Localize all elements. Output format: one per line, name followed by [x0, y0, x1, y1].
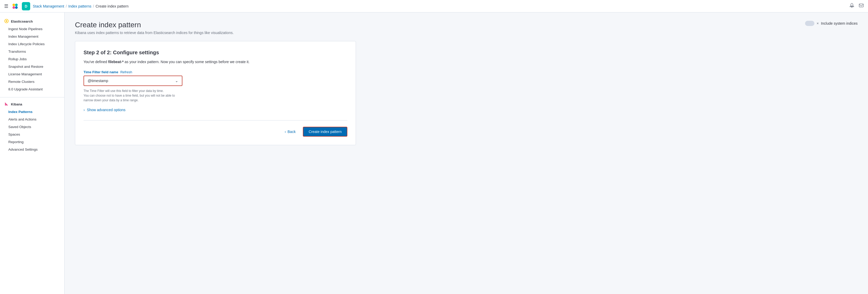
top-navigation: ☰ D Stack Management / Index patterns / … [0, 0, 868, 12]
svg-point-2 [12, 6, 15, 9]
create-button-label: Create index pattern [309, 130, 342, 134]
breadcrumb-index-patterns[interactable]: Index patterns [68, 4, 92, 8]
back-chevron-icon: ‹ [285, 130, 286, 134]
time-filter-field-value: @timestamp [88, 79, 108, 83]
main-content: Create index pattern Kibana uses index p… [65, 12, 868, 294]
top-nav-right [849, 3, 864, 9]
sidebar-item-upgrade-assistant[interactable]: 8.0 Upgrade Assistant [0, 85, 64, 93]
step-title: Step 2 of 2: Configure settings [84, 49, 347, 56]
svg-point-1 [15, 4, 18, 6]
toggle-x-icon[interactable]: ✕ [816, 22, 819, 25]
breadcrumb-stack-management[interactable]: Stack Management [33, 4, 64, 8]
sidebar-item-snapshot-restore[interactable]: Snapshot and Restore [0, 63, 64, 70]
step-description-suffix: as your index pattern. Now you can speci… [124, 60, 250, 64]
sidebar-item-ingest-node-pipelines[interactable]: Ingest Node Pipelines [0, 25, 64, 33]
page-subtitle: Kibana uses index patterns to retrieve d… [75, 31, 234, 35]
show-advanced-label: Show advanced options [87, 108, 126, 112]
page-title-area: Create index pattern Kibana uses index p… [75, 21, 234, 35]
svg-rect-5 [859, 4, 863, 7]
svg-point-3 [15, 6, 18, 9]
sidebar-item-spaces[interactable]: Spaces [0, 131, 64, 138]
sidebar-item-index-patterns[interactable]: Index Patterns [0, 108, 64, 116]
include-system-indices-toggle-area: ✕ Include system indices [805, 21, 858, 26]
chevron-right-icon: › [84, 108, 85, 112]
step-description: You've defined filebeat-* as your index … [84, 60, 347, 64]
hamburger-menu-icon[interactable]: ☰ [4, 3, 8, 9]
page-title: Create index pattern [75, 21, 234, 29]
sidebar-item-license-management[interactable]: License Management [0, 70, 64, 78]
step-card: Step 2 of 2: Configure settings You've d… [75, 41, 356, 145]
sidebar-divider [0, 97, 64, 98]
page-header-top: Create index pattern Kibana uses index p… [75, 21, 858, 35]
field-label-time-filter: Time Filter field name Refresh [84, 70, 347, 74]
sidebar-item-rollup-jobs[interactable]: Rollup Jobs [0, 55, 64, 63]
breadcrumb-separator-2: / [93, 4, 94, 8]
sidebar-item-remote-clusters[interactable]: Remote Clusters [0, 78, 64, 85]
field-help-text: The Time Filter will use this field to f… [84, 88, 182, 103]
svg-point-0 [12, 4, 15, 6]
user-avatar[interactable]: D [22, 2, 30, 10]
refresh-link[interactable]: Refresh [120, 70, 132, 74]
sidebar-item-index-management[interactable]: Index Management [0, 33, 64, 40]
page-layout: Elasticsearch Ingest Node Pipelines Inde… [0, 12, 868, 294]
sidebar-item-reporting[interactable]: Reporting [0, 138, 64, 146]
sidebar-item-transforms[interactable]: Transforms [0, 48, 64, 55]
kibana-icon [4, 102, 9, 107]
notifications-icon[interactable] [849, 3, 855, 9]
step-description-prefix: You've defined [84, 60, 108, 64]
sidebar-item-advanced-settings[interactable]: Advanced Settings [0, 146, 64, 153]
step-footer: ‹ Back Create index pattern [84, 120, 347, 137]
sidebar-section-kibana: Kibana Index Patterns Alerts and Actions… [0, 100, 64, 153]
sidebar-item-index-lifecycle-policies[interactable]: Index Lifecycle Policies [0, 40, 64, 48]
sidebar-item-alerts-actions[interactable]: Alerts and Actions [0, 116, 64, 123]
include-system-toggle-switch[interactable] [805, 21, 814, 26]
svg-point-7 [6, 20, 7, 22]
sidebar-section-elasticsearch: Elasticsearch Ingest Node Pipelines Inde… [0, 16, 64, 93]
sidebar-section-header-kibana: Kibana [0, 100, 64, 108]
sidebar: Elasticsearch Ingest Node Pipelines Inde… [0, 12, 65, 294]
back-button[interactable]: ‹ Back [280, 127, 300, 136]
breadcrumb-separator-1: / [66, 4, 67, 8]
create-index-pattern-button[interactable]: Create index pattern [303, 127, 347, 137]
elasticsearch-icon [4, 19, 9, 24]
elastic-logo [11, 2, 19, 10]
show-advanced-options[interactable]: › Show advanced options [84, 108, 347, 112]
page-header: Create index pattern Kibana uses index p… [75, 21, 858, 35]
chevron-down-icon: ⌄ [175, 79, 178, 83]
back-button-label: Back [287, 130, 296, 134]
time-filter-field-label-text: Time Filter field name [84, 70, 118, 74]
sidebar-section-header-elasticsearch: Elasticsearch [0, 16, 64, 25]
time-filter-field-select[interactable]: @timestamp ⌄ [84, 76, 182, 85]
step-description-pattern: filebeat-* [108, 60, 124, 64]
breadcrumb: Stack Management / Index patterns / Crea… [33, 4, 128, 8]
time-filter-field-wrapper: @timestamp ⌄ [84, 76, 182, 86]
include-system-label: Include system indices [821, 21, 858, 26]
breadcrumb-current: Create index pattern [95, 4, 128, 8]
mail-icon[interactable] [859, 3, 864, 9]
sidebar-item-saved-objects[interactable]: Saved Objects [0, 123, 64, 131]
